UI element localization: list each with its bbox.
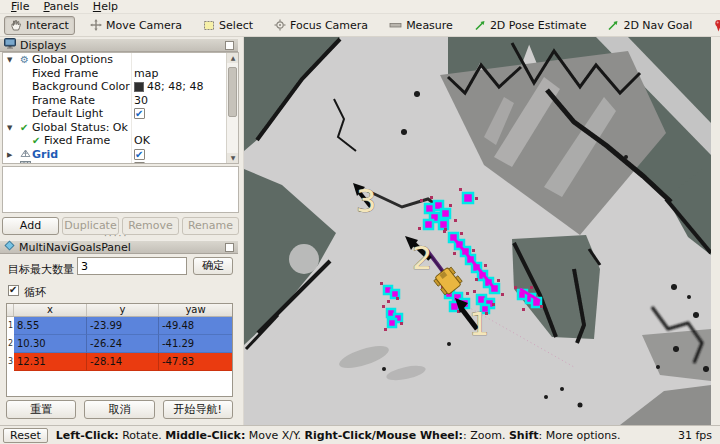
reset-goals-button[interactable]: 重置 <box>6 400 76 419</box>
hand-icon <box>10 19 22 31</box>
monitor-icon <box>4 38 16 52</box>
goals-panel-header[interactable]: MultiNaviGoalsPanel <box>0 240 238 254</box>
fps-counter: 31 fps <box>678 429 712 442</box>
add-display-button[interactable]: Add <box>2 217 59 235</box>
goal-row-3[interactable]: 3 12.31 -28.14 -47.83 <box>7 353 232 371</box>
tree-row-global-status[interactable]: ▼ ✔ Global Status: Ok <box>3 121 238 135</box>
tree-row-frame-rate[interactable]: Frame Rate 30 <box>3 94 238 108</box>
max-goal-label: 目标最大数量 <box>8 262 74 277</box>
focus-camera-tool-button[interactable]: Focus Camera <box>268 16 374 35</box>
goals-panel-title: MultiNaviGoalsPanel <box>19 241 131 254</box>
menu-help[interactable]: Help <box>86 0 125 14</box>
cancel-goals-button[interactable]: 取消 <box>84 400 154 419</box>
tree-row-status-fixed-frame[interactable]: ✔ Fixed Frame OK <box>3 134 238 148</box>
selection-box-icon <box>203 19 215 31</box>
default-light-checkbox[interactable] <box>134 108 145 119</box>
select-tool-button[interactable]: Select <box>197 16 259 35</box>
panel-float-button[interactable] <box>225 41 234 50</box>
goals-table-header: x y yaw <box>7 304 232 317</box>
grid-checkbox[interactable] <box>134 149 145 160</box>
rviz-window: File Panels Help Interact Move Camera Se… <box>0 0 720 444</box>
goals-table: x y yaw 1 8.55 -23.99 -49.48 2 10.30 -26… <box>6 303 233 397</box>
fixed-frame-value[interactable]: map <box>134 67 158 81</box>
move-arrows-icon <box>90 19 102 31</box>
panel-float-button[interactable] <box>225 243 234 252</box>
displays-panel-title: Displays <box>20 39 66 52</box>
occupancy-map: 1 2 3 <box>244 37 711 425</box>
background-color-value[interactable]: 48; 48; 48 <box>134 80 203 94</box>
start-navigation-button[interactable]: 开始导航! <box>163 400 233 419</box>
scroll-up-icon[interactable]: ▲ <box>227 53 239 63</box>
green-arrow-icon <box>607 19 619 31</box>
ruler-icon <box>389 19 402 31</box>
cell-yaw[interactable]: -47.83 <box>159 353 232 371</box>
goal-row-1[interactable]: 1 8.55 -23.99 -49.48 <box>7 317 232 335</box>
move-camera-tool-button[interactable]: Move Camera <box>84 16 188 35</box>
panel-splitter-handle[interactable]: ····· <box>104 235 134 239</box>
goals-action-buttons: 重置 取消 开始导航! <box>6 400 233 419</box>
collapse-arrow-icon[interactable]: ▶ <box>7 149 12 163</box>
tree-row-grid[interactable]: ▶ Grid <box>3 148 238 162</box>
remove-display-button[interactable]: Remove <box>122 217 179 235</box>
expand-arrow-icon[interactable]: ▼ <box>7 54 12 68</box>
status-ok-check-icon: ✔ <box>32 134 40 148</box>
status-ok-check-icon: ✔ <box>20 121 28 135</box>
display-description-box <box>2 166 239 213</box>
goal-label-2: 2 <box>412 239 432 277</box>
menu-file[interactable]: File <box>4 0 36 14</box>
cell-yaw[interactable]: -49.48 <box>159 317 232 335</box>
nav-goal-tool-button[interactable]: 2D Nav Goal <box>601 16 698 35</box>
status-bar: Reset Left-Click: Rotate. Middle-Click: … <box>0 425 720 444</box>
column-header-x[interactable]: x <box>14 304 87 316</box>
rename-display-button[interactable]: Rename <box>182 217 239 235</box>
tree-row-fixed-frame[interactable]: Fixed Frame map <box>3 67 238 81</box>
cell-yaw[interactable]: -41.29 <box>159 335 232 353</box>
goal-row-2[interactable]: 2 10.30 -26.24 -41.29 <box>7 335 232 353</box>
crosshair-icon <box>274 19 286 31</box>
cell-x[interactable]: 8.55 <box>14 317 87 335</box>
tool-bar: Interact Move Camera Select Focus Camera… <box>0 14 720 37</box>
reset-view-button[interactable]: Reset <box>3 428 48 443</box>
goal-label-1: 1 <box>469 305 489 343</box>
cell-x[interactable]: 12.31 <box>14 353 87 371</box>
tree-row-background-color[interactable]: Background Color 48; 48; 48 <box>3 80 238 94</box>
pose-estimate-tool-button[interactable]: 2D Pose Estimate <box>468 16 593 35</box>
displays-tree: ▼ ⚙ Global Options Fixed Frame map Backg… <box>2 52 239 164</box>
frame-rate-value[interactable]: 30 <box>134 94 148 108</box>
loop-checkbox[interactable] <box>8 285 19 296</box>
publish-point-tool-button[interactable]: Publish Point <box>707 16 720 35</box>
cell-y[interactable]: -28.14 <box>87 353 159 371</box>
cell-y[interactable]: -23.99 <box>87 317 159 335</box>
measure-tool-button[interactable]: Measure <box>383 16 459 35</box>
tree-row-global-options[interactable]: ▼ ⚙ Global Options <box>3 53 238 67</box>
render-viewport[interactable]: 1 2 3 <box>243 37 711 425</box>
loop-label: 循环 <box>24 285 46 300</box>
green-arrow-icon <box>474 19 486 31</box>
max-goal-input[interactable] <box>77 257 187 275</box>
cell-y[interactable]: -26.24 <box>87 335 159 353</box>
scrollbar-thumb[interactable] <box>228 67 237 117</box>
status-fixed-frame-value: OK <box>134 134 150 148</box>
confirm-button[interactable]: 确定 <box>193 257 233 275</box>
cell-x[interactable]: 10.30 <box>14 335 87 353</box>
tree-scrollbar[interactable]: ▲ ▼ <box>226 53 238 163</box>
goal-label-3: 3 <box>356 182 376 220</box>
tree-row-map[interactable]: ▶ Map <box>3 161 238 164</box>
collapse-arrow-icon[interactable]: ▶ <box>7 162 12 164</box>
scroll-down-icon[interactable]: ▼ <box>227 153 239 163</box>
displays-panel-header[interactable]: Displays <box>0 38 238 52</box>
column-header-yaw[interactable]: yaw <box>159 304 232 316</box>
map-checkbox[interactable] <box>134 162 145 164</box>
menu-panels[interactable]: Panels <box>36 0 85 14</box>
red-pin-icon <box>713 19 720 32</box>
color-swatch <box>134 82 144 92</box>
expand-arrow-icon[interactable]: ▼ <box>7 122 12 136</box>
column-header-y[interactable]: y <box>87 304 159 316</box>
interact-tool-button[interactable]: Interact <box>4 16 75 35</box>
gear-icon: ⚙ <box>20 53 29 67</box>
diamond-icon <box>4 240 15 254</box>
grid-display-icon <box>20 148 31 162</box>
map-display-icon <box>20 161 31 164</box>
tree-row-default-light[interactable]: Default Light <box>3 107 238 121</box>
mouse-help-text: Left-Click: Rotate. Middle-Click: Move X… <box>56 429 621 442</box>
